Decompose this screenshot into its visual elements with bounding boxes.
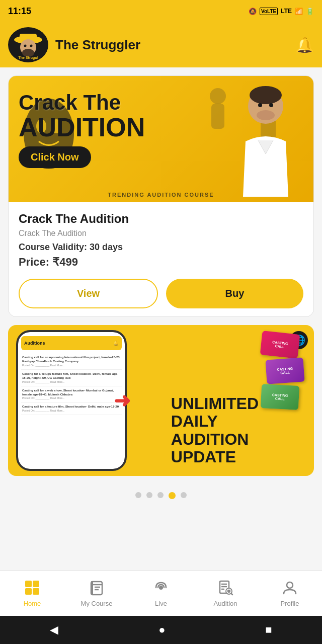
svg-line-34 — [231, 593, 232, 595]
banner-line2: AUDITION — [19, 114, 145, 140]
casting-card-1: CASTINGCALL — [260, 331, 300, 359]
svg-point-15 — [250, 86, 282, 104]
svg-point-16 — [258, 103, 262, 107]
click-now-button[interactable]: Click Now — [19, 146, 91, 168]
svg-point-33 — [228, 590, 230, 592]
nav-my-course-label: My Course — [81, 600, 113, 607]
course-title: Crack The Audition — [19, 212, 303, 226]
unlimited-line1: UNLIMITED — [171, 395, 259, 413]
phone-list-item: Casting call for an upcoming Internation… — [21, 353, 122, 370]
arrow-icon: ➜ — [114, 389, 131, 412]
android-back-button[interactable]: ◀ — [50, 623, 58, 636]
app-logo: The Struga! — [8, 27, 48, 62]
battery-icon: 🔋 — [306, 8, 314, 15]
svg-rect-21 — [25, 588, 32, 595]
lte-icon: LTE — [281, 8, 292, 15]
phone-list-item: Casting for a Telugu feature film, Shoot… — [21, 370, 122, 386]
nav-my-course[interactable]: My Course — [64, 571, 129, 616]
nav-profile-label: Profile — [281, 600, 299, 607]
svg-rect-20 — [33, 581, 39, 587]
book-icon — [89, 580, 105, 598]
nav-live-label: Live — [155, 600, 167, 607]
mute-icon: 🔕 — [249, 8, 257, 15]
radio-wave-icon — [153, 580, 169, 598]
svg-rect-19 — [25, 581, 32, 587]
svg-point-5 — [30, 45, 33, 47]
svg-point-35 — [287, 582, 293, 588]
svg-text:The Struga!: The Struga! — [19, 56, 38, 60]
slide-dots — [0, 484, 322, 503]
banner-trending: TRENDING AUDITION COURSE — [108, 192, 214, 198]
dot-3[interactable] — [157, 492, 164, 498]
dot-4-active[interactable] — [169, 492, 176, 499]
unlimited-line4: UPDATE — [171, 448, 259, 466]
signal-icon: 📶 — [295, 8, 303, 15]
phone-list-item: Casting call for a feature film, Shoot l… — [21, 403, 122, 415]
android-recent-button[interactable]: ■ — [265, 623, 272, 636]
audition-update-banner: 🌐 Auditions 🔔 Casting call for an upcomi… — [8, 325, 314, 476]
dot-5[interactable] — [181, 492, 187, 498]
banner-line1: Crack The — [19, 91, 145, 114]
android-nav-bar: ◀ ● ■ — [0, 616, 322, 644]
casting-card-3: CASTINGCALL — [261, 384, 299, 410]
view-button[interactable]: View — [19, 279, 158, 308]
main-content: Crack The AUDITION Click Now — [0, 75, 322, 584]
status-bar: 11:15 🔕 VoLTE LTE 📶 🔋 — [0, 0, 322, 22]
nav-audition-label: Audition — [214, 600, 237, 607]
svg-point-27 — [159, 586, 163, 590]
notification-bell-icon[interactable]: 🔔 — [295, 36, 314, 54]
home-icon — [24, 580, 40, 598]
nav-live[interactable]: Live — [129, 571, 193, 616]
audition-icon — [217, 580, 233, 598]
course-banner-card: Crack The AUDITION Click Now — [8, 75, 314, 317]
buy-button[interactable]: Buy — [166, 279, 303, 308]
nav-profile[interactable]: Profile — [258, 571, 322, 616]
banner-person — [173, 76, 313, 202]
status-time: 11:15 — [8, 6, 31, 17]
unlimited-line2: DAILY — [171, 413, 259, 430]
banner-text: Crack The AUDITION Click Now — [19, 91, 145, 168]
casting-card-2: CASTINGCALL — [265, 357, 304, 384]
dot-2[interactable] — [146, 492, 152, 498]
validity-value: 30 days — [90, 242, 123, 252]
price-value: ₹499 — [52, 256, 78, 268]
status-icons: 🔕 VoLTE LTE 📶 🔋 — [249, 8, 314, 15]
course-info: Crack The Audition Crack The Audition Co… — [9, 202, 313, 316]
android-home-button[interactable]: ● — [158, 623, 165, 636]
dot-1[interactable] — [135, 492, 141, 498]
app-header: The Struga! The Struggler 🔔 — [0, 22, 322, 67]
unlimited-text-block: UNLIMITED DAILY AUDITION UPDATE — [171, 395, 259, 466]
course-subtitle: Crack The Audition — [19, 229, 303, 238]
unlimited-line3: AUDITION — [171, 431, 259, 448]
price-label: Price: — [19, 256, 49, 268]
casting-cards: CASTINGCALL CASTINGCALL CASTINGCALL — [261, 333, 304, 409]
phone-list-label: Posted On: __________ Read More... — [22, 409, 121, 413]
nav-home[interactable]: Home — [0, 571, 64, 616]
nav-audition[interactable]: Audition — [193, 571, 258, 616]
phone-list-label: Posted On: __________ Read More... — [22, 380, 121, 384]
app-title: The Struggler — [55, 37, 295, 53]
course-validity: Course Validity: 30 days — [19, 242, 303, 253]
phone-list-item: Casting call for a web show, Shoot locat… — [21, 386, 122, 403]
svg-rect-22 — [33, 588, 39, 595]
validity-label: Course Validity: — [19, 242, 87, 252]
volte-icon: VoLTE — [260, 8, 278, 15]
svg-point-4 — [24, 45, 27, 47]
phone-app-name: Auditions — [24, 341, 45, 346]
phone-list-label: Posted On: __________ Read More... — [22, 396, 121, 400]
svg-point-12 — [210, 88, 226, 104]
bottom-nav: Home My Course Live — [0, 571, 322, 616]
svg-point-18 — [257, 110, 275, 120]
course-price: Price: ₹499 — [19, 256, 303, 269]
phone-mockup: Auditions 🔔 Casting call for an upcoming… — [16, 330, 127, 471]
nav-home-label: Home — [24, 600, 41, 607]
svg-point-17 — [269, 103, 273, 107]
phone-list-label: Posted On: __________ Read More... — [22, 364, 121, 367]
phone-header: Auditions 🔔 — [21, 336, 122, 350]
svg-rect-13 — [211, 104, 224, 129]
profile-icon — [282, 580, 298, 598]
course-actions: View Buy — [19, 279, 303, 308]
banner-image: Crack The AUDITION Click Now — [9, 76, 313, 202]
phone-screen: Auditions 🔔 Casting call for an upcoming… — [18, 332, 125, 469]
